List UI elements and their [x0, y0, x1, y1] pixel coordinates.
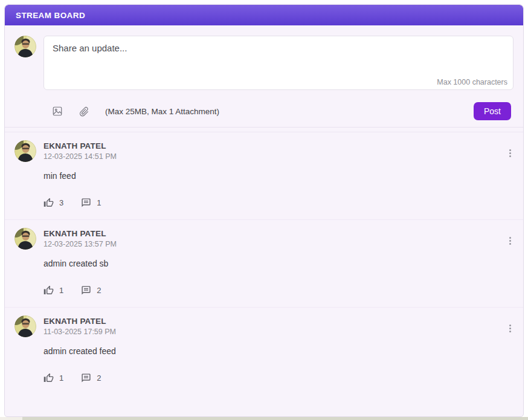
attach-file-button[interactable]: [79, 106, 89, 117]
page-title: STREAM BOARD: [16, 11, 85, 20]
post-content: admin created feed: [43, 346, 514, 357]
comment-count: 1: [97, 198, 101, 207]
avatar: [14, 36, 36, 57]
post-menu-button[interactable]: [507, 234, 514, 247]
post-menu-button[interactable]: [507, 322, 514, 335]
thumb-up-icon: [43, 285, 54, 296]
post-author: EKNATH PATEL: [43, 141, 117, 150]
avatar: [14, 315, 36, 337]
comment-button[interactable]: 1: [81, 198, 101, 208]
update-input[interactable]: [44, 36, 513, 77]
posts-list: EKNATH PATEL 12-03-2025 14:51 PM min fee…: [5, 132, 523, 416]
post-actions: 1 2: [43, 285, 514, 296]
avatar: [14, 228, 36, 250]
comment-icon: [81, 285, 91, 296]
like-count: 1: [59, 373, 63, 383]
post-content: admin created sb: [43, 258, 514, 270]
stream-board-panel: STREAM BOARD Max 1000 characters: [4, 4, 524, 417]
kebab-icon: [509, 237, 511, 239]
paperclip-icon: [79, 106, 89, 117]
composer-section: Max 1000 characters (Max 25MB, Max 1 Att…: [5, 25, 523, 128]
board-header: STREAM BOARD: [5, 5, 523, 25]
comment-button[interactable]: 2: [81, 285, 101, 296]
comment-count: 2: [97, 373, 101, 383]
post-actions: 1 2: [43, 373, 514, 383]
horizontal-scrollbar[interactable]: [0, 417, 528, 420]
add-image-button[interactable]: [52, 106, 63, 117]
image-icon: [52, 106, 63, 117]
post-button[interactable]: Post: [474, 102, 511, 120]
composer-toolbar: (Max 25MB, Max 1 Attachment) Post: [52, 102, 514, 121]
post-actions: 3 1: [43, 198, 514, 208]
like-button[interactable]: 1: [43, 373, 63, 383]
like-button[interactable]: 3: [43, 198, 63, 208]
avatar-image: [14, 140, 36, 162]
thumb-up-icon: [43, 198, 54, 208]
kebab-icon: [509, 325, 511, 326]
update-editor-box: Max 1000 characters: [43, 36, 514, 90]
comment-icon: [81, 198, 91, 208]
avatar-image: [14, 315, 36, 337]
post-timestamp: 11-03-2025 17:59 PM: [43, 328, 116, 336]
post-item: EKNATH PATEL 11-03-2025 17:59 PM admin c…: [5, 308, 523, 395]
post-author: EKNATH PATEL: [43, 229, 117, 238]
comment-count: 2: [97, 286, 101, 295]
post-timestamp: 12-03-2025 13:57 PM: [43, 240, 117, 248]
post-menu-button[interactable]: [507, 147, 514, 160]
post-timestamp: 12-03-2025 14:51 PM: [43, 152, 117, 161]
comment-icon: [81, 373, 91, 383]
like-count: 1: [59, 286, 63, 295]
avatar-image: [14, 36, 36, 57]
avatar: [14, 140, 36, 162]
like-count: 3: [59, 198, 63, 207]
avatar-image: [14, 228, 36, 250]
comment-button[interactable]: 2: [81, 373, 101, 383]
horizontal-scrollbar-thumb[interactable]: [22, 417, 528, 420]
thumb-up-icon: [43, 373, 54, 383]
kebab-icon: [509, 149, 511, 151]
post-item: EKNATH PATEL 12-03-2025 14:51 PM min fee…: [5, 132, 523, 220]
post-content: min feed: [43, 170, 514, 182]
post-author: EKNATH PATEL: [43, 317, 116, 326]
attachment-limit-hint: (Max 25MB, Max 1 Attachment): [105, 107, 219, 116]
like-button[interactable]: 1: [43, 285, 63, 296]
max-characters-hint: Max 1000 characters: [437, 78, 507, 86]
post-item: EKNATH PATEL 12-03-2025 13:57 PM admin c…: [5, 220, 523, 308]
